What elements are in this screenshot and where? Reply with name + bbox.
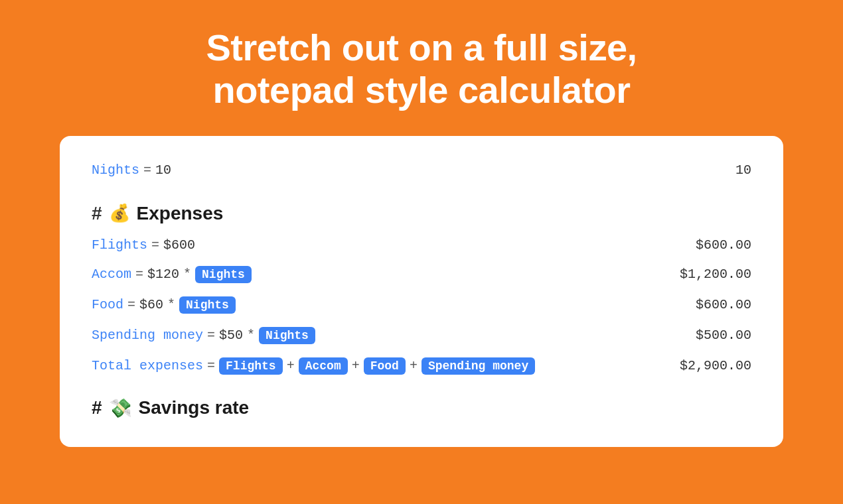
spending-label: Spending money = $50 * Nights xyxy=(92,327,315,344)
food-eq: = xyxy=(127,297,135,312)
nights-var: Nights xyxy=(92,162,139,178)
header: Stretch out on a full size, notepad styl… xyxy=(0,0,843,136)
accom-value: $120 xyxy=(147,267,179,282)
total-expenses-result: $2,900.00 xyxy=(672,358,751,373)
total-flights-badge: Flights xyxy=(219,357,283,375)
header-line1: Stretch out on a full size, xyxy=(206,27,637,68)
spending-row: Spending money = $50 * Nights $500.00 xyxy=(92,320,751,351)
flights-var: Flights xyxy=(92,237,147,253)
total-expenses-var: Total expenses xyxy=(92,358,203,373)
spending-eq: = xyxy=(207,328,215,343)
total-eq: = xyxy=(207,358,215,373)
nights-value: 10 xyxy=(155,162,171,178)
spending-var: Spending money xyxy=(92,328,203,343)
total-spending-badge: Spending money xyxy=(422,357,535,375)
expenses-title: Expenses xyxy=(137,203,224,224)
flights-label: Flights = $600 xyxy=(92,237,195,253)
flights-value: $600 xyxy=(163,237,195,253)
total-accom-badge: Accom xyxy=(299,357,348,375)
accom-mult: * xyxy=(183,267,191,282)
flights-row: Flights = $600 $600.00 xyxy=(92,231,751,259)
savings-section-header: # 💸 Savings rate xyxy=(92,381,751,426)
nights-result: 10 xyxy=(672,162,751,178)
nights-eq: = xyxy=(143,162,151,178)
flights-result: $600.00 xyxy=(672,237,751,253)
accom-row: Accom = $120 * Nights $1,200.00 xyxy=(92,259,751,290)
expenses-hash: # xyxy=(92,203,102,224)
expenses-section-header: # 💰 Expenses xyxy=(92,188,751,231)
savings-title: Savings rate xyxy=(139,397,250,418)
accom-label: Accom = $120 * Nights xyxy=(92,266,252,283)
food-label: Food = $60 * Nights xyxy=(92,296,236,314)
spending-value: $50 xyxy=(219,328,243,343)
total-plus2: + xyxy=(352,358,360,373)
header-title: Stretch out on a full size, notepad styl… xyxy=(13,27,830,112)
food-result: $600.00 xyxy=(672,297,751,312)
accom-result: $1,200.00 xyxy=(672,267,751,282)
header-line2: notepad style calculator xyxy=(212,69,630,111)
spending-result: $500.00 xyxy=(672,328,751,343)
total-expenses-label: Total expenses = Flights + Accom + Food … xyxy=(92,357,535,375)
spending-nights-badge: Nights xyxy=(259,327,315,344)
calculator-card: Nights = 10 10 # 💰 Expenses Flights = $6… xyxy=(60,136,783,447)
spending-mult: * xyxy=(247,328,255,343)
food-nights-badge: Nights xyxy=(179,296,236,314)
savings-emoji: 💸 xyxy=(109,397,132,419)
food-row: Food = $60 * Nights $600.00 xyxy=(92,290,751,320)
savings-hash: # xyxy=(92,397,102,418)
food-value: $60 xyxy=(139,297,163,312)
nights-row: Nights = 10 10 xyxy=(92,157,751,188)
accom-var: Accom xyxy=(92,267,131,282)
accom-eq: = xyxy=(135,267,143,282)
flights-eq: = xyxy=(151,237,159,253)
total-expenses-row: Total expenses = Flights + Accom + Food … xyxy=(92,351,751,381)
food-var: Food xyxy=(92,297,123,312)
total-food-badge: Food xyxy=(364,357,406,375)
expenses-emoji: 💰 xyxy=(109,203,130,223)
nights-label-area: Nights = 10 xyxy=(92,162,171,178)
total-plus1: + xyxy=(287,358,295,373)
total-plus3: + xyxy=(410,358,418,373)
accom-nights-badge: Nights xyxy=(195,266,252,283)
food-mult: * xyxy=(167,297,175,312)
